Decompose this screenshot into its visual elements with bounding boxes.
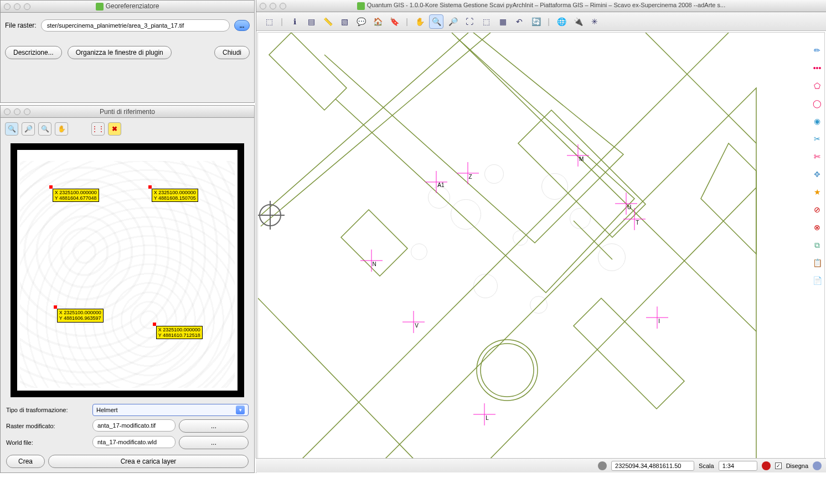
window-zoom-button[interactable] (280, 3, 286, 9)
window-minimize-button[interactable] (270, 3, 276, 9)
create-load-layer-button[interactable]: Crea e carica layer (48, 455, 249, 468)
georef-title: Georeferenziatore (106, 2, 159, 10)
raster-modified-label: Raster modificato: (6, 423, 89, 429)
app-icon (357, 2, 365, 10)
render-checkbox[interactable]: ✓ (775, 463, 782, 469)
tips-icon[interactable]: 💬 (354, 14, 368, 29)
window-minimize-button[interactable] (14, 108, 20, 115)
zoom-full-icon[interactable]: ⛶ (462, 14, 477, 29)
scale-input[interactable]: 1:34 (719, 461, 757, 471)
raster-preview[interactable]: X 2325100.000000 Y 4881604.677048 X 2325… (11, 143, 244, 397)
description-button[interactable]: Descrizione... (5, 46, 62, 59)
file-raster-input[interactable] (41, 19, 230, 32)
qgis-main-window: Quantum GIS - 1.0.0-Kore Sistema Gestion… (256, 0, 826, 473)
zoom-out-icon[interactable]: 🔎 (446, 14, 460, 29)
raster-overlay (258, 33, 824, 471)
edit-icon[interactable]: ✂ (811, 133, 823, 145)
zoom-in-icon[interactable]: 🔍 (429, 14, 443, 29)
draw-point-icon[interactable]: ✏ (811, 44, 823, 56)
table-icon[interactable]: ▤ (304, 14, 318, 29)
window-minimize-button[interactable] (14, 3, 20, 10)
paste-icon[interactable]: 📋 (811, 257, 823, 269)
zoom-layer-icon[interactable]: ▦ (495, 14, 510, 29)
draw-ring-icon[interactable]: ◯ (811, 97, 823, 110)
refpts-titlebar: Punti di riferimento (1, 106, 254, 118)
measure-icon[interactable]: 📏 (321, 14, 335, 29)
map-marker[interactable]: I (646, 306, 668, 329)
browse-button[interactable]: ... (234, 20, 250, 31)
measure-area-icon[interactable]: ▧ (337, 14, 352, 29)
projection-icon[interactable] (598, 461, 607, 470)
chevron-down-icon: ▾ (236, 406, 245, 414)
transform-label: Tipo di trasformazione: (6, 407, 89, 413)
draw-region-icon[interactable]: ◉ (811, 115, 823, 127)
delete-icon[interactable]: ⊘ (811, 204, 823, 216)
home-icon[interactable]: 🏠 (370, 14, 385, 29)
select-icon[interactable]: ⬚ (262, 14, 276, 29)
scissors-icon[interactable]: ✄ (811, 150, 823, 163)
status-projection-icon[interactable] (813, 461, 822, 470)
worldfile-input[interactable]: nta_17-modificato.wld (92, 436, 175, 448)
delete-ring-icon[interactable]: ⊗ (811, 221, 823, 233)
refpts-toolbar: 🔍 🔎 🔍 ✋ ⋮⋮ ✖ (1, 118, 254, 140)
delete-point-icon[interactable]: ✖ (108, 122, 121, 136)
draw-line-icon[interactable]: ••• (811, 62, 823, 74)
organize-windows-button[interactable]: Organizza le finestre di plugin (68, 46, 172, 59)
copy-icon[interactable]: ⧉ (811, 239, 823, 251)
zoom-layer-icon[interactable]: 🔍 (38, 122, 51, 136)
window-close-button[interactable] (4, 3, 11, 10)
window-close-button[interactable] (260, 3, 266, 9)
file-raster-label: File raster: (5, 22, 37, 29)
digitize-toolbar: ✏ ••• ⬠ ◯ ◉ ✂ ✄ ✥ ★ ⊘ ⊗ ⧉ 📋 📄 (811, 44, 824, 287)
zoom-in-icon[interactable]: 🔍 (5, 122, 18, 136)
pan-icon[interactable]: ✋ (412, 14, 427, 29)
identify-icon[interactable]: ℹ (287, 14, 302, 29)
zoom-last-icon[interactable]: ↶ (512, 14, 526, 29)
worldfile-label: World file: (6, 439, 89, 446)
clipboard-icon[interactable]: 📄 (811, 274, 823, 287)
georeferencer-window: Georeferenziatore File raster: ... Descr… (0, 0, 255, 103)
plugin-icon[interactable]: 🔌 (571, 14, 585, 29)
gcp-marker[interactable]: X 2325100.000000 Y 4881608.150705 (152, 189, 198, 202)
window-zoom-button[interactable] (24, 108, 30, 115)
map-marker[interactable]: V (402, 311, 425, 333)
draw-poly-icon[interactable]: ⬠ (811, 80, 823, 92)
zoom-out-icon[interactable]: 🔎 (22, 122, 35, 136)
reference-points-window: Punti di riferimento 🔍 🔎 🔍 ✋ ⋮⋮ ✖ X 2325… (0, 105, 255, 473)
refresh-icon[interactable]: 🔄 (529, 14, 543, 29)
north-arrow-icon[interactable]: ✳ (587, 14, 602, 29)
raster-modified-browse-button[interactable]: ... (179, 419, 249, 433)
star-icon[interactable]: ★ (811, 186, 823, 198)
zoom-selection-icon[interactable]: ⬚ (479, 14, 493, 29)
window-close-button[interactable] (4, 108, 11, 115)
map-marker[interactable]: N (360, 250, 383, 272)
gcp-marker[interactable]: X 2325100.000000 Y 4881610.712518 (156, 326, 203, 340)
refpts-title: Punti di riferimento (1, 108, 254, 116)
map-marker[interactable]: Z (457, 162, 479, 184)
qgis-titlebar: Quantum GIS - 1.0.0-Kore Sistema Gestion… (256, 0, 826, 12)
raster-modified-input[interactable]: anta_17-modificato.tif (92, 419, 175, 432)
worldfile-browse-button[interactable]: ... (179, 436, 249, 449)
qgis-toolbar: ⬚ | ℹ ▤ 📏 ▧ 💬 🏠 🔖 | ✋ 🔍 🔎 ⛶ ⬚ ▦ ↶ 🔄 | 🌐 … (256, 12, 826, 31)
add-point-icon[interactable]: ⋮⋮ (91, 122, 105, 136)
gcp-marker[interactable]: X 2325100.000000 Y 4881606.963597 (57, 309, 104, 323)
stop-render-icon[interactable] (762, 461, 771, 470)
gcp-marker[interactable]: X 2325100.000000 Y 4881604.677048 (53, 189, 99, 202)
map-marker[interactable]: L (473, 403, 495, 425)
pan-icon[interactable]: ✋ (55, 122, 68, 136)
coordinates-display: 2325094.34,4881611.50 (611, 461, 694, 471)
close-button[interactable]: Chiudi (214, 46, 250, 59)
window-zoom-button[interactable] (24, 3, 30, 10)
map-marker[interactable]: M (567, 144, 589, 167)
move-icon[interactable]: ✥ (811, 168, 823, 180)
globe-icon[interactable]: 🌐 (554, 14, 569, 29)
status-bar: 2325094.34,4881611.50 Scala 1:34 ✓ Diseg… (256, 458, 826, 472)
map-marker[interactable]: A1 (425, 171, 447, 193)
map-marker[interactable]: T (623, 208, 646, 230)
create-button[interactable]: Crea (6, 455, 45, 468)
qgis-title: Quantum GIS - 1.0.0-Kore Sistema Gestion… (367, 2, 725, 8)
map-canvas[interactable]: MZA1UTNIVL (257, 32, 825, 472)
transform-select[interactable]: Helmert▾ (92, 404, 249, 416)
render-label: Disegna (786, 463, 808, 469)
bookmark-icon[interactable]: 🔖 (387, 14, 401, 29)
